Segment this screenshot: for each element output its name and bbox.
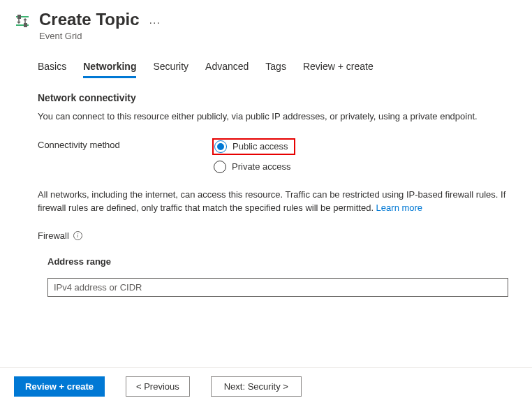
review-create-button[interactable]: Review + create [14, 376, 105, 397]
connectivity-row: Connectivity method Public access Privat… [38, 138, 508, 175]
info-text-content: All networks, including the internet, ca… [38, 189, 505, 213]
next-button[interactable]: Next: Security > [211, 376, 302, 397]
content-area: Basics Networking Security Advanced Tags… [0, 47, 532, 297]
tab-advanced[interactable]: Advanced [205, 61, 249, 78]
firewall-row: Firewall i [38, 230, 508, 241]
radio-circle-icon [214, 161, 226, 173]
radio-private-label: Private access [232, 161, 291, 172]
tabs-bar: Basics Networking Security Advanced Tags… [38, 61, 508, 78]
section-heading: Network connectivity [38, 92, 508, 103]
connectivity-radio-group: Public access Private access [212, 138, 295, 175]
info-text: All networks, including the internet, ca… [38, 189, 508, 215]
more-menu-icon[interactable]: ··· [149, 10, 161, 29]
tab-review[interactable]: Review + create [303, 61, 374, 78]
event-grid-icon [14, 13, 31, 29]
radio-private-access[interactable]: Private access [212, 159, 295, 175]
tab-security[interactable]: Security [153, 61, 189, 78]
address-section: Address range [38, 256, 508, 297]
tab-basics[interactable]: Basics [38, 61, 66, 78]
connectivity-label: Connectivity method [38, 138, 212, 150]
radio-public-access[interactable]: Public access [212, 138, 295, 155]
radio-circle-selected-icon [214, 140, 227, 153]
svg-rect-4 [24, 23, 27, 27]
learn-more-link[interactable]: Learn more [376, 202, 422, 213]
address-range-label: Address range [47, 256, 508, 267]
page-subtitle: Event Grid [39, 31, 140, 41]
radio-public-label: Public access [232, 141, 288, 152]
address-range-input[interactable] [47, 278, 508, 297]
page-title: Create Topic [39, 10, 140, 30]
info-icon[interactable]: i [73, 231, 82, 240]
tab-tags[interactable]: Tags [265, 61, 286, 78]
previous-button[interactable]: < Previous [126, 376, 190, 397]
section-description: You can connect to this resource either … [38, 110, 508, 123]
footer-bar: Review + create < Previous Next: Securit… [0, 367, 532, 405]
tab-networking[interactable]: Networking [83, 61, 136, 78]
firewall-label: Firewall [38, 230, 69, 241]
svg-rect-3 [17, 15, 21, 19]
page-header: Create Topic Event Grid ··· [0, 0, 532, 47]
